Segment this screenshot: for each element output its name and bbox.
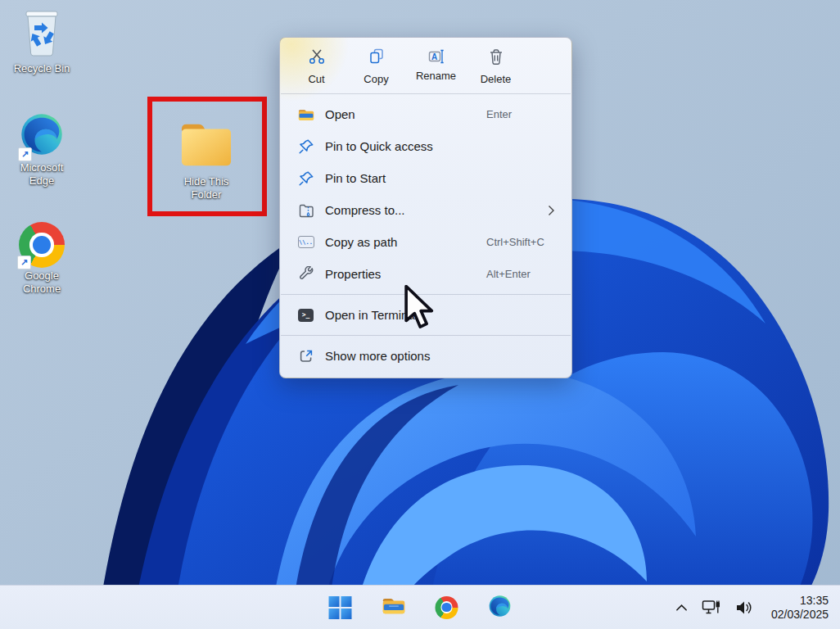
- copy-as-path-icon: \\..: [297, 233, 314, 251]
- desktop[interactable]: Recycle Bin ↗ Microsoft Edge ↗ Google Ch…: [0, 0, 840, 629]
- delete-icon: [487, 48, 505, 69]
- start-button[interactable]: [324, 591, 357, 624]
- recycle-bin-label: Recycle Bin: [14, 62, 70, 75]
- mouse-cursor: [403, 285, 447, 336]
- rename-icon: A: [427, 48, 445, 66]
- volume-icon: [735, 600, 753, 615]
- cut-icon: [308, 48, 326, 69]
- taskbar-center: [324, 586, 517, 629]
- shortcut-arrow-badge: ↗: [18, 147, 32, 161]
- show-more-options-icon: [297, 347, 314, 364]
- desktop-icon-microsoft-edge[interactable]: ↗ Microsoft Edge: [2, 112, 81, 188]
- menu-item-pin-to-start[interactable]: Pin to Start: [280, 162, 571, 194]
- menu-item-open[interactable]: Open Enter: [280, 98, 571, 130]
- copy-button[interactable]: Copy: [346, 46, 406, 87]
- edge-icon: ↗: [20, 112, 64, 160]
- context-menu-section-main: Open Enter Pin to Quick access: [280, 94, 571, 294]
- rename-button[interactable]: A Rename: [406, 46, 466, 87]
- chrome-taskbar-button[interactable]: [431, 591, 463, 624]
- clock-time: 13:35: [771, 594, 829, 607]
- wrench-icon: [297, 265, 314, 283]
- recycle-bin-icon: [20, 7, 63, 61]
- taskbar: 13:35 02/03/2025: [0, 585, 840, 629]
- pin-icon: [297, 170, 314, 187]
- chrome-icon: [436, 596, 458, 619]
- copy-icon: [368, 48, 386, 69]
- context-menu-toolbar: Cut Copy A Ren: [280, 38, 571, 93]
- delete-label: Delete: [481, 73, 512, 85]
- chevron-up-icon: [675, 604, 688, 611]
- chrome-label: Google Chrome: [23, 269, 61, 296]
- menu-item-show-more-options[interactable]: Show more options: [280, 340, 571, 372]
- zip-folder-icon: [297, 201, 314, 219]
- rename-label: Rename: [416, 70, 456, 82]
- terminal-icon: >_: [297, 306, 314, 324]
- clock[interactable]: 13:35 02/03/2025: [768, 592, 832, 622]
- volume-button[interactable]: [732, 597, 756, 618]
- network-button[interactable]: [698, 596, 725, 618]
- edge-label: Microsoft Edge: [20, 161, 64, 188]
- context-menu-section-more: Show more options: [280, 336, 571, 378]
- delete-button[interactable]: Delete: [466, 46, 526, 87]
- file-explorer-icon: [382, 595, 405, 619]
- desktop-icon-recycle-bin[interactable]: Recycle Bin: [2, 7, 81, 75]
- menu-item-compress-to[interactable]: Compress to...: [280, 194, 571, 226]
- cut-label: Cut: [308, 73, 324, 85]
- folder-icon: [297, 106, 314, 123]
- menu-item-copy-as-path[interactable]: \\.. Copy as path Ctrl+Shift+C: [280, 226, 571, 258]
- windows-logo-icon: [329, 596, 352, 619]
- annotation-rectangle: [147, 97, 267, 216]
- system-tray: 13:35 02/03/2025: [672, 586, 832, 629]
- clock-date: 02/03/2025: [771, 608, 829, 621]
- cut-button[interactable]: Cut: [287, 46, 346, 87]
- show-hidden-icons-button[interactable]: [672, 600, 691, 614]
- chrome-icon: ↗: [19, 222, 65, 268]
- file-explorer-button[interactable]: [377, 591, 410, 624]
- desktop-icon-google-chrome[interactable]: ↗ Google Chrome: [2, 222, 81, 296]
- edge-icon: [489, 595, 512, 621]
- pin-icon: [297, 138, 314, 155]
- copy-label: Copy: [364, 73, 388, 85]
- edge-taskbar-button[interactable]: [484, 591, 517, 624]
- network-icon: [702, 600, 721, 615]
- menu-item-pin-to-quick-access[interactable]: Pin to Quick access: [280, 130, 571, 162]
- chevron-right-icon: [548, 205, 555, 219]
- shortcut-arrow-badge: ↗: [17, 256, 31, 269]
